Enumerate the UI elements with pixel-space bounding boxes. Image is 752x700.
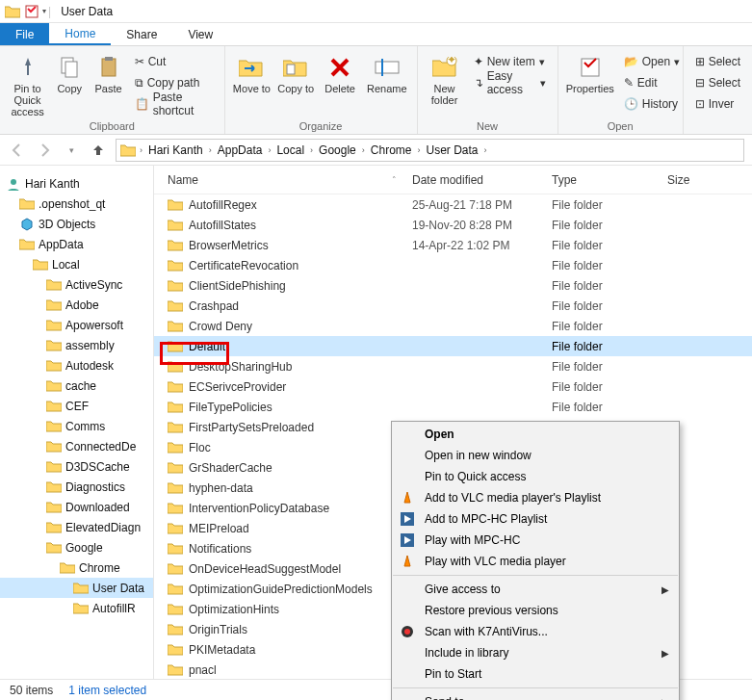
paste-button[interactable]: Paste [91, 50, 124, 94]
col-name[interactable]: Name˄ [154, 173, 404, 187]
tree-node[interactable]: AppData [0, 234, 153, 254]
nav-tree[interactable]: Hari Kanth.openshot_qt3D ObjectsAppDataL… [0, 166, 154, 679]
delete-button[interactable]: Delete [321, 50, 359, 94]
k7-icon [400, 624, 415, 639]
table-row[interactable]: DesktopSharingHubFile folder [154, 356, 752, 376]
tree-node[interactable]: Local [0, 254, 153, 274]
tab-home[interactable]: Home [49, 23, 111, 45]
tree-node[interactable]: Apowersoft [0, 315, 153, 335]
invert-selection-button[interactable]: ⊡Inver [691, 94, 744, 114]
col-date[interactable]: Date modified [404, 173, 544, 187]
paste-shortcut-button[interactable]: 📋Paste shortcut [131, 94, 217, 114]
tree-node[interactable]: CEF [0, 396, 153, 416]
breadcrumb[interactable]: User Data [422, 143, 481, 157]
tree-node[interactable]: AutofillR [0, 598, 153, 618]
table-row[interactable]: AutofillStates19-Nov-20 8:28 PMFile fold… [154, 215, 752, 235]
menu-item[interactable]: Pin to Start [392, 663, 679, 685]
column-headers[interactable]: Name˄ Date modified Type Size [154, 166, 752, 194]
table-row[interactable]: CrashpadFile folder [154, 296, 752, 316]
menu-item[interactable]: Restore previous versions [392, 600, 679, 621]
breadcrumb[interactable]: Chrome [367, 143, 416, 157]
tree-node[interactable]: Google [0, 537, 153, 557]
rename-button[interactable]: Rename [365, 50, 409, 94]
select-all-button[interactable]: ⊞Select [691, 52, 744, 71]
tree-node[interactable]: Downloaded [0, 497, 153, 517]
open-button[interactable]: 📂Open ▾ [620, 52, 684, 71]
tree-node[interactable]: .openshot_qt [0, 194, 153, 214]
menu-item[interactable]: Pin to Quick access [392, 466, 679, 487]
up-button[interactable] [89, 141, 108, 160]
tree-node[interactable]: User Data [0, 578, 153, 598]
tree-node[interactable]: ConnectedDe [0, 436, 153, 456]
new-item-button[interactable]: ✦New item ▾ [470, 52, 550, 71]
tree-node[interactable]: D3DSCache [0, 456, 153, 477]
qat-dropdown-icon[interactable]: ▾ [42, 7, 46, 15]
breadcrumb[interactable]: Hari Kanth [144, 143, 207, 157]
tree-node[interactable]: cache [0, 376, 153, 396]
menu-item[interactable]: Give access to▶ [392, 579, 679, 600]
menu-item[interactable]: Play with MPC-HC [392, 530, 679, 551]
tree-node[interactable]: Comms [0, 416, 153, 436]
breadcrumb[interactable]: Local [272, 143, 308, 157]
menu-item[interactable]: Add to MPC-HC Playlist [392, 508, 679, 530]
select-all-icon: ⊞ [695, 55, 705, 68]
copy-to-button[interactable]: Copy to [276, 50, 315, 94]
tab-share[interactable]: Share [111, 23, 172, 45]
menu-item[interactable]: Include in library▶ [392, 642, 679, 663]
group-select: ⊞Select ⊟Select ⊡Inver [684, 46, 752, 134]
cut-button[interactable]: ✂Cut [131, 52, 217, 71]
select-none-button[interactable]: ⊟Select [691, 73, 744, 92]
nav-bar: ▾ › Hari Kanth› AppData› Local› Google› … [0, 135, 752, 166]
breadcrumb[interactable]: Google [315, 143, 360, 157]
col-size[interactable]: Size [660, 173, 717, 187]
status-items: 50 items [10, 684, 53, 697]
menu-item[interactable]: Send to▶ [392, 691, 679, 700]
table-row[interactable]: Crowd DenyFile folder [154, 316, 752, 336]
copy-button[interactable]: Copy [53, 50, 86, 94]
move-to-button[interactable]: Move to [233, 50, 272, 94]
properties-qat-icon[interactable] [23, 3, 40, 20]
group-label: Open [566, 118, 675, 134]
history-button[interactable]: 🕒History [620, 94, 684, 114]
table-row[interactable]: CertificateRevocationFile folder [154, 255, 752, 275]
tree-node[interactable]: Chrome [0, 557, 153, 578]
pin-quick-access-button[interactable]: Pin to Quick access [8, 50, 47, 117]
table-row[interactable]: ECSerivceProviderFile folder [154, 376, 752, 397]
tree-node[interactable]: ActiveSync [0, 274, 153, 295]
tree-node[interactable]: 3D Objects [0, 214, 153, 234]
menu-item[interactable]: Open [392, 424, 679, 445]
breadcrumb[interactable]: AppData [214, 143, 267, 157]
tree-node[interactable]: assembly [0, 335, 153, 355]
menu-item[interactable]: Play with VLC media player [392, 551, 679, 572]
table-row[interactable]: BrowserMetrics14-Apr-22 1:02 PMFile fold… [154, 235, 752, 255]
tree-node[interactable]: Hari Kanth [0, 173, 153, 194]
edit-button[interactable]: ✎Edit [620, 73, 684, 92]
address-bar[interactable]: › Hari Kanth› AppData› Local› Google› Ch… [116, 139, 744, 162]
recent-dropdown[interactable]: ▾ [62, 141, 81, 160]
table-row[interactable]: AutofillRegex25-Aug-21 7:18 PMFile folde… [154, 194, 752, 215]
col-type[interactable]: Type [544, 173, 660, 187]
scissors-icon: ✂ [135, 55, 144, 68]
tab-file[interactable]: File [0, 23, 49, 45]
svg-rect-2 [65, 62, 77, 77]
table-row[interactable]: DefaultFile folder [154, 336, 752, 356]
new-folder-icon: ✦ [431, 54, 458, 81]
tree-node[interactable]: Diagnostics [0, 477, 153, 497]
menu-item[interactable]: Open in new window [392, 445, 679, 466]
new-folder-button[interactable]: ✦ New folder [426, 50, 464, 106]
table-row[interactable]: ClientSidePhishingFile folder [154, 275, 752, 296]
tree-node[interactable]: Autodesk [0, 355, 153, 376]
menu-item[interactable]: Add to VLC media player's Playlist [392, 487, 679, 508]
copy-path-button[interactable]: ⧉Copy path [131, 73, 217, 92]
back-button[interactable] [8, 141, 27, 160]
tab-view[interactable]: View [172, 23, 228, 45]
properties-button[interactable]: Properties [566, 50, 614, 94]
tree-node[interactable]: ElevatedDiagn [0, 517, 153, 537]
menu-item[interactable]: Scan with K7AntiVirus... [392, 621, 679, 642]
mpc-icon [400, 511, 415, 527]
tree-node[interactable]: Adobe [0, 295, 153, 315]
forward-button[interactable] [35, 141, 54, 160]
easy-access-button[interactable]: ↴Easy access ▾ [470, 73, 550, 92]
table-row[interactable]: FileTypePoliciesFile folder [154, 397, 752, 417]
group-new: ✦ New folder ✦New item ▾ ↴Easy access ▾ … [418, 46, 558, 134]
